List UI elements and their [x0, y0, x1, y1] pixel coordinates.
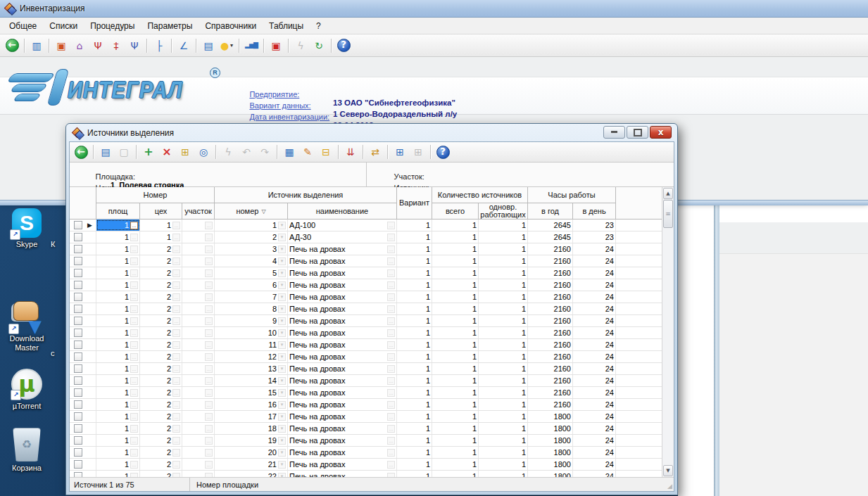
cell-total[interactable]: 1: [432, 447, 479, 458]
cell-dropdown-button[interactable]: ▾: [278, 281, 286, 289]
cell-name[interactable]: Печь на дровах…: [288, 411, 397, 422]
cell-total[interactable]: 1: [432, 423, 479, 434]
cell-uchastok[interactable]: …: [182, 303, 215, 314]
row-checkbox[interactable]: [74, 293, 82, 301]
add-row-button[interactable]: +: [139, 144, 158, 160]
row-checkbox[interactable]: [74, 364, 82, 373]
cell-name[interactable]: Печь на дровах…: [288, 459, 397, 470]
cell-ceh[interactable]: 2…: [140, 255, 182, 267]
cell-year[interactable]: 2645: [528, 231, 573, 243]
cell-simult[interactable]: 1: [479, 387, 528, 398]
cell-variant[interactable]: 1: [397, 267, 432, 279]
cell-ellipsis-button[interactable]: …: [205, 341, 213, 349]
cell-ceh[interactable]: 2…: [140, 411, 182, 422]
cell-ellipsis-button[interactable]: …: [387, 281, 395, 289]
cell-ellipsis-button[interactable]: …: [387, 234, 395, 241]
cell-ellipsis-button[interactable]: …: [387, 246, 395, 253]
cell-nomer[interactable]: 1▾: [215, 220, 288, 231]
menu-obshchee[interactable]: Общее: [3, 20, 43, 32]
field-label[interactable]: Дата инвентаризации:: [249, 113, 329, 121]
cell-ellipsis-button[interactable]: …: [130, 449, 138, 457]
cell-ceh[interactable]: 2…: [140, 435, 182, 446]
cell-dropdown-button[interactable]: ▾: [278, 425, 286, 433]
help-button[interactable]: ?: [434, 144, 452, 160]
cell-uchastok[interactable]: …: [182, 471, 215, 477]
header-variant[interactable]: Вариант: [397, 187, 432, 220]
cell-name[interactable]: Печь на дровах…: [288, 363, 397, 374]
cell-uchastok[interactable]: …: [182, 351, 215, 362]
cell-ellipsis-button[interactable]: …: [172, 329, 180, 337]
cell-plosh[interactable]: 1…: [96, 303, 140, 314]
cell-year[interactable]: 2160: [528, 339, 573, 350]
row-indicator-cell[interactable]: [70, 435, 96, 446]
row-checkbox[interactable]: [74, 245, 82, 253]
cell-nomer[interactable]: 19▾: [215, 435, 288, 446]
cell-plosh[interactable]: 1…: [96, 471, 140, 477]
cell-year[interactable]: 2160: [528, 267, 573, 279]
cell-ellipsis-button[interactable]: …: [130, 329, 138, 337]
cell-plosh[interactable]: 1…: [96, 231, 140, 243]
cell-total[interactable]: 1: [432, 471, 479, 477]
cell-ellipsis-button[interactable]: …: [172, 437, 180, 445]
edit-window-button[interactable]: ▤: [199, 37, 218, 54]
row-checkbox[interactable]: [74, 448, 82, 457]
row-checkbox[interactable]: [74, 400, 82, 409]
cell-simult[interactable]: 1: [479, 435, 528, 446]
cell-plosh[interactable]: 1…: [96, 267, 140, 279]
cell-day[interactable]: 24: [573, 243, 616, 255]
cell-ellipsis-button[interactable]: …: [205, 281, 213, 289]
header-plosh[interactable]: площ: [96, 203, 140, 220]
cell-ceh[interactable]: 2…: [140, 387, 182, 398]
desktop-icon-recycle-bin[interactable]: Корзина: [0, 428, 54, 473]
cell-total[interactable]: 1: [432, 351, 479, 362]
cell-day[interactable]: 24: [573, 423, 616, 434]
cell-nomer[interactable]: 6▾: [215, 279, 288, 291]
cell-variant[interactable]: 1: [397, 279, 432, 291]
report-window-button[interactable]: ▥: [27, 37, 46, 54]
cell-ellipsis-button[interactable]: …: [172, 293, 180, 301]
cell-uchastok[interactable]: …: [182, 387, 215, 398]
cell-year[interactable]: 2160: [528, 351, 573, 362]
cell-ellipsis-button[interactable]: …: [387, 461, 395, 469]
cell-uchastok[interactable]: …: [182, 363, 215, 374]
transfer-button[interactable]: ⇄: [366, 144, 384, 160]
row-indicator-cell[interactable]: [70, 375, 96, 386]
cell-ellipsis-button[interactable]: …: [387, 353, 395, 361]
cell-ellipsis-button[interactable]: …: [205, 425, 213, 433]
cell-ellipsis-button[interactable]: …: [172, 449, 180, 457]
cell-ellipsis-button[interactable]: …: [205, 401, 213, 409]
header-nomer[interactable]: номер ▽: [215, 203, 288, 220]
cell-day[interactable]: 24: [573, 471, 616, 477]
cell-simult[interactable]: 1: [479, 351, 528, 362]
cell-day[interactable]: 24: [573, 291, 616, 303]
cell-nomer[interactable]: 12▾: [215, 351, 288, 362]
cell-nomer[interactable]: 15▾: [215, 387, 288, 398]
cell-ellipsis-button[interactable]: …: [172, 269, 180, 277]
refresh-data-button[interactable]: ↻: [310, 37, 328, 54]
cell-ellipsis-button[interactable]: …: [130, 461, 138, 469]
cell-name[interactable]: Печь на дровах…: [288, 435, 397, 446]
menu-tablicy[interactable]: Таблицы: [263, 20, 310, 32]
cell-uchastok[interactable]: …: [182, 399, 215, 410]
cell-ellipsis-button[interactable]: …: [205, 389, 213, 397]
cell-ellipsis-button[interactable]: …: [387, 293, 395, 301]
cell-year[interactable]: 2160: [528, 363, 573, 374]
cell-variant[interactable]: 1: [397, 375, 432, 386]
cell-ellipsis-button[interactable]: …: [205, 413, 213, 421]
cell-ellipsis-button[interactable]: …: [130, 413, 138, 421]
cell-simult[interactable]: 1: [479, 243, 528, 255]
cell-dropdown-button[interactable]: ▾: [278, 389, 286, 397]
cell-variant[interactable]: 1: [397, 315, 432, 326]
cell-ellipsis-button[interactable]: …: [205, 353, 213, 361]
row-indicator-cell[interactable]: [70, 459, 96, 470]
tips-button[interactable]: ●▾: [218, 37, 236, 54]
emission-source-button[interactable]: Ψ: [89, 37, 107, 54]
cell-name[interactable]: Печь на дровах…: [288, 291, 397, 303]
cell-variant[interactable]: 1: [397, 327, 432, 338]
cell-simult[interactable]: 1: [479, 399, 528, 410]
cell-simult[interactable]: 1: [479, 220, 528, 231]
scroll-down-button[interactable]: ▼: [663, 465, 673, 476]
cell-total[interactable]: 1: [432, 327, 479, 338]
cell-simult[interactable]: 1: [479, 315, 528, 326]
cell-uchastok[interactable]: …: [182, 279, 215, 291]
